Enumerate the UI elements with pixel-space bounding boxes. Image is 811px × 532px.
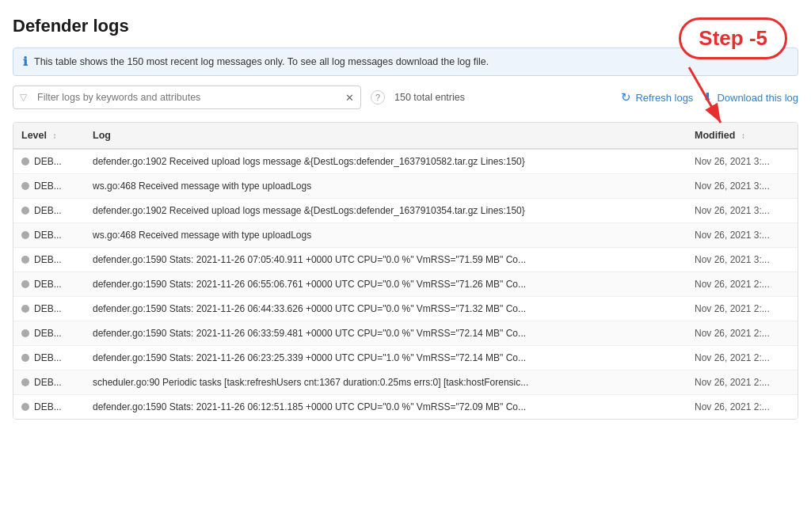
cell-modified: Nov 26, 2021 2:...	[687, 346, 798, 370]
refresh-icon: ↻	[621, 90, 631, 104]
filter-input[interactable]	[13, 86, 361, 109]
level-text: DEB...	[34, 230, 62, 241]
cell-level: DEB...	[13, 297, 85, 321]
cell-modified: Nov 26, 2021 2:...	[687, 395, 798, 420]
info-message: This table shows the 150 most recent log…	[34, 56, 489, 67]
filter-icon: ▽	[20, 92, 27, 103]
level-dot	[21, 354, 29, 362]
level-text: DEB...	[34, 180, 62, 192]
filter-input-wrap: ▽ ✕	[13, 86, 361, 109]
level-dot	[21, 403, 29, 411]
cell-level: DEB...	[13, 199, 85, 223]
level-dot	[21, 158, 29, 165]
cell-log: ws.go:468 Received message with type upl…	[85, 174, 687, 199]
table-row[interactable]: DEB...defender.go:1902 Received upload l…	[13, 199, 798, 223]
table-row[interactable]: DEB...scheduler.go:90 Periodic tasks [ta…	[13, 370, 798, 395]
table-row[interactable]: DEB...defender.go:1590 Stats: 2021-11-26…	[13, 395, 798, 420]
log-table-wrap: Level ↕ Log Modified ↕ DEB...defender.go…	[13, 122, 798, 420]
level-text: DEB...	[34, 352, 62, 363]
cell-log: defender.go:1590 Stats: 2021-11-26 06:44…	[85, 297, 687, 321]
table-row[interactable]: DEB...defender.go:1590 Stats: 2021-11-26…	[13, 346, 798, 370]
level-dot	[21, 280, 29, 288]
cell-level: DEB...	[13, 370, 85, 395]
table-row[interactable]: DEB...defender.go:1902 Received upload l…	[13, 149, 798, 174]
cell-modified: Nov 26, 2021 3:...	[687, 199, 798, 223]
cell-level: DEB...	[13, 223, 85, 248]
table-header-row: Level ↕ Log Modified ↕	[13, 123, 798, 149]
cell-level: DEB...	[13, 174, 85, 199]
cell-modified: Nov 26, 2021 3:...	[687, 174, 798, 199]
level-dot	[21, 256, 29, 264]
toolbar: ▽ ✕ ? 150 total entries ↻ Refresh logs ⬇…	[13, 86, 798, 116]
page-container: Step -5 Defender logs ℹ This table shows…	[0, 0, 811, 532]
refresh-label: Refresh logs	[635, 92, 693, 104]
table-row[interactable]: DEB...defender.go:1590 Stats: 2021-11-26…	[13, 248, 798, 272]
help-icon[interactable]: ?	[371, 90, 385, 104]
download-icon: ⬇	[702, 90, 713, 104]
cell-level: DEB...	[13, 346, 85, 370]
cell-log: scheduler.go:90 Periodic tasks [task:ref…	[85, 370, 687, 395]
download-label: Download this log	[717, 92, 798, 104]
log-table: Level ↕ Log Modified ↕ DEB...defender.go…	[13, 123, 798, 419]
page-title: Defender logs	[13, 16, 798, 36]
level-text: DEB...	[34, 156, 62, 167]
cell-modified: Nov 26, 2021 3:...	[687, 248, 798, 272]
level-dot	[21, 182, 29, 190]
cell-modified: Nov 26, 2021 2:...	[687, 297, 798, 321]
cell-modified: Nov 26, 2021 3:...	[687, 149, 798, 174]
cell-level: DEB...	[13, 149, 85, 174]
refresh-logs-button[interactable]: ↻ Refresh logs	[621, 90, 693, 104]
cell-log: defender.go:1590 Stats: 2021-11-26 07:05…	[85, 248, 687, 272]
col-header-log: Log	[85, 123, 687, 149]
cell-level: DEB...	[13, 321, 85, 346]
cell-modified: Nov 26, 2021 2:...	[687, 272, 798, 297]
cell-log: defender.go:1590 Stats: 2021-11-26 06:23…	[85, 346, 687, 370]
table-row[interactable]: DEB...defender.go:1590 Stats: 2021-11-26…	[13, 321, 798, 346]
cell-log: defender.go:1590 Stats: 2021-11-26 06:12…	[85, 395, 687, 420]
sort-modified-icon: ↕	[741, 131, 745, 140]
level-dot	[21, 231, 29, 239]
col-header-level[interactable]: Level ↕	[13, 123, 85, 149]
cell-modified: Nov 26, 2021 3:...	[687, 223, 798, 248]
sort-level-icon: ↕	[52, 131, 56, 140]
level-text: DEB...	[34, 279, 62, 290]
clear-filter-button[interactable]: ✕	[345, 92, 354, 104]
cell-modified: Nov 26, 2021 2:...	[687, 321, 798, 346]
level-text: DEB...	[34, 377, 62, 388]
cell-level: DEB...	[13, 272, 85, 297]
cell-log: defender.go:1590 Stats: 2021-11-26 06:55…	[85, 272, 687, 297]
cell-log: defender.go:1590 Stats: 2021-11-26 06:33…	[85, 321, 687, 346]
table-row[interactable]: DEB...ws.go:468 Received message with ty…	[13, 223, 798, 248]
info-bar: ℹ This table shows the 150 most recent l…	[13, 48, 798, 76]
level-text: DEB...	[34, 328, 62, 339]
level-text: DEB...	[34, 254, 62, 265]
col-header-modified[interactable]: Modified ↕	[687, 123, 798, 149]
table-row[interactable]: DEB...defender.go:1590 Stats: 2021-11-26…	[13, 297, 798, 321]
level-text: DEB...	[34, 303, 62, 314]
total-entries: 150 total entries	[394, 92, 465, 103]
info-icon: ℹ	[23, 55, 28, 69]
download-log-button[interactable]: ⬇ Download this log	[702, 90, 798, 104]
cell-log: defender.go:1902 Received upload logs me…	[85, 149, 687, 174]
table-row[interactable]: DEB...ws.go:468 Received message with ty…	[13, 174, 798, 199]
level-dot	[21, 207, 29, 215]
cell-level: DEB...	[13, 248, 85, 272]
level-dot	[21, 378, 29, 386]
table-row[interactable]: DEB...defender.go:1590 Stats: 2021-11-26…	[13, 272, 798, 297]
cell-level: DEB...	[13, 395, 85, 420]
cell-log: defender.go:1902 Received upload logs me…	[85, 199, 687, 223]
level-text: DEB...	[34, 401, 62, 412]
cell-modified: Nov 26, 2021 2:...	[687, 370, 798, 395]
level-text: DEB...	[34, 205, 62, 216]
level-dot	[21, 329, 29, 337]
level-dot	[21, 305, 29, 313]
cell-log: ws.go:468 Received message with type upl…	[85, 223, 687, 248]
